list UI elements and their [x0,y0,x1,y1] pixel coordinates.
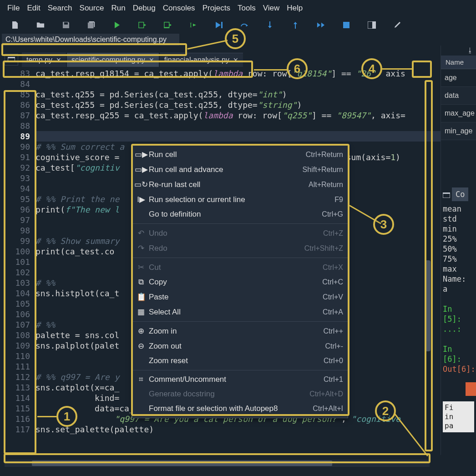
close-icon[interactable]: ✕ [233,56,238,64]
menu-item-label: Cut [149,263,319,272]
editor-tabs: temp.py✕scientific-computing.py✕financia… [0,52,476,67]
menu-item-shortcut: Shift+Return [303,166,343,174]
close-icon[interactable]: ✕ [56,56,61,64]
line-number: 113 [0,382,30,393]
context-menu-item[interactable]: I▶Run selection or current lineF9 [132,192,348,207]
menu-edit[interactable]: Edit [24,3,43,14]
menu-run[interactable]: Run [108,3,128,14]
context-menu-item[interactable]: ▦Select AllCtrl+A [132,304,348,319]
stop-icon[interactable] [342,21,350,29]
plot-thumbnail[interactable] [466,382,476,396]
menu-item-label: Zoom out [149,342,321,351]
close-icon[interactable]: ✕ [149,56,154,64]
scrollbar-thumb[interactable] [425,260,430,351]
context-menu-item[interactable]: 📋PasteCtrl+V [132,289,348,304]
browse-tabs-icon[interactable] [5,54,18,66]
context-menu-item[interactable]: ⊖Zoom outCtrl+- [132,339,348,354]
line-number: 109 [0,340,30,351]
context-menu-item[interactable]: Zoom resetCtrl+0 [132,354,348,368]
save-icon[interactable] [62,21,70,29]
code-line[interactable]: ca_test.q255 = pd.Series(ca_test.q255, d… [35,100,476,110]
line-number: 95 [0,194,30,204]
variable-row[interactable]: min_age [441,122,476,140]
context-menu-item[interactable]: ▭▶Run cellCtrl+Return [132,147,348,162]
code-line[interactable] [35,121,476,131]
run-line-icon: I▶ [137,195,145,204]
run-cell-icon[interactable] [138,21,147,29]
annotation-label-5: 5 [225,28,246,49]
editor-vertical-scrollbar[interactable] [425,82,430,451]
menu-debug[interactable]: Debug [130,3,158,14]
menu-item-label: Zoom reset [149,356,320,365]
scrollbar-thumb[interactable] [32,461,332,466]
menu-file[interactable]: File [5,3,22,14]
menu-item-label: Re-run last cell [149,180,305,189]
code-line[interactable] [35,79,476,89]
debug-icon[interactable] [215,21,223,29]
layout-icon[interactable] [368,21,376,29]
run-icon[interactable] [113,21,121,29]
editor-horizontal-scrollbar[interactable] [5,460,430,467]
line-number: 92 [0,162,30,173]
console-tab[interactable]: Co [452,187,468,201]
line-number: 105 [0,299,30,309]
tab-label: temp.py [26,56,52,64]
context-menu-item[interactable]: ⌗Comment/UncommentCtrl+1 [132,372,348,387]
menu-view[interactable]: View [260,3,283,14]
line-number: 84 [0,79,30,89]
context-menu-item: ✂CutCtrl+X [132,260,348,275]
console-line: mean [443,204,474,214]
new-file-icon[interactable] [11,21,19,29]
line-number: 85 [0,89,30,100]
file-path-bar: C:\Users\white\Downloads\scientific-comp… [2,34,179,46]
variable-row[interactable]: data [441,87,476,105]
context-menu-item[interactable]: ▭↻Re-run last cellAlt+Return [132,177,348,192]
variable-row[interactable]: age [441,69,476,87]
console-output: Co meanstdmin25%50%75%maxName: a In [5]:… [441,186,476,434]
context-menu-item: ↶UndoCtrl+Z [132,226,348,241]
menu-search[interactable]: Search [45,3,75,14]
redo-icon: ↷ [137,243,145,253]
run-line-icon[interactable]: I [189,21,197,29]
preferences-icon[interactable] [393,21,401,29]
menu-tools[interactable]: Tools [235,3,258,14]
editor-tab[interactable]: financial-analysis.py✕ [160,53,243,67]
editor-tab[interactable]: scientific-computing.py✕ [67,53,159,67]
step-into-icon[interactable] [266,21,274,29]
continue-icon[interactable] [317,21,325,29]
menu-help[interactable]: Help [284,3,305,14]
editor-tab[interactable]: temp.py✕ [22,53,66,67]
menu-item-shortcut: Ctrl+Shift+Z [304,244,343,253]
variable-explorer-header[interactable]: Name [441,56,476,69]
run-cell-advance-icon[interactable] [164,21,172,29]
rerun-icon: ▭↻ [137,180,145,189]
debug-step-icon[interactable] [240,21,248,29]
context-menu-item[interactable]: Go to definitionCtrl+G [132,207,348,222]
variable-row[interactable]: max_age [441,105,476,122]
console-browse-icon[interactable] [443,192,450,198]
context-menu-item[interactable]: ▭▶Run cell and advanceShift+Return [132,162,348,177]
menu-item-label: Undo [149,229,319,238]
code-line[interactable] [35,131,476,142]
annotation-label-6: 6 [287,58,308,79]
menu-consoles[interactable]: Consoles [160,3,198,14]
console-line: In [5]: [443,304,474,324]
context-menu-item[interactable]: Format file or selection with Autopep8Ct… [132,401,348,416]
context-menu-item[interactable]: ⧉CopyCtrl+C [132,275,348,289]
step-out-icon[interactable] [291,21,299,29]
console-line: min [443,224,474,234]
menu-item-shortcut: Ctrl+1 [324,375,343,384]
context-menu-item[interactable]: ⊕Zoom inCtrl++ [132,324,348,339]
menu-source[interactable]: Source [77,3,107,14]
line-number: 102 [0,267,30,278]
save-all-icon[interactable] [87,21,96,29]
code-line[interactable]: ca_test.resp_q255 = ca_test.apply(lambda… [35,110,476,121]
menu-projects[interactable]: Projects [200,3,233,14]
menu-item-shortcut: Ctrl+- [325,342,343,350]
line-number: 110 [0,351,30,361]
download-icon[interactable]: ⭳ [467,46,473,55]
menu-item-shortcut: Ctrl+G [322,210,343,218]
code-line[interactable]: ca_test.q255 = pd.Series(ca_test.q255, d… [35,89,476,100]
console-line: ...: [443,324,474,334]
open-folder-icon[interactable] [36,21,45,29]
